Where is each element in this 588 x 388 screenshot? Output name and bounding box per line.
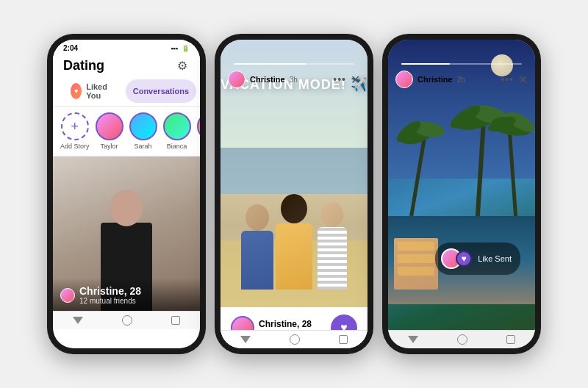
building [394,238,438,290]
story-fullscreen-center: VACATION MODE! ✈️ Christine 3h ••• [220,40,368,348]
sarah-label: Sarah [135,143,152,150]
bianca-avatar [163,112,191,140]
close-icon-right[interactable]: ✕ [518,73,528,87]
more-icon-right[interactable]: ••• [501,73,514,85]
bottom-nav-left [53,311,200,329]
phone-left: 2:04 ▪▪▪ 🔋 Dating ⚙ ♥ Liked You Conversa… [47,34,206,354]
back-button-center[interactable] [240,336,251,343]
phone-right: ♥ Like Sent Christine 2h [382,34,541,354]
story-username-center: Christine [250,75,285,84]
profile-overlay: Christine, 28 12 mutual friends [53,278,200,311]
story-user-info-center: Christine 3h [228,71,298,88]
status-icons: ▪▪▪ 🔋 [171,45,190,52]
person-1 [241,204,273,290]
taylor-avatar [96,112,123,140]
settings-icon[interactable]: ⚙ [175,59,190,73]
story-time-right: 2h [457,76,465,84]
app-title: Dating [63,58,104,73]
story-sarah[interactable]: Sarah [129,112,157,150]
recents-button-center[interactable] [339,335,348,344]
phone-center: VACATION MODE! ✈️ Christine 3h ••• [215,34,373,354]
story-username-right: Christine [417,75,453,84]
story-name-center: Christine, 28 [259,319,315,329]
story-actions-right: ••• ✕ [501,73,528,87]
like-sent-heart: ♥ [456,251,472,267]
person-2 [276,194,312,290]
like-sent-text: Like Sent [478,254,512,263]
bottom-nav-center [220,330,368,348]
status-time: 2:04 [63,44,78,52]
story-sp[interactable]: Sp... [197,112,200,150]
svg-line-0 [410,135,425,223]
bottom-nav-right [388,330,535,348]
story-bianca[interactable]: Bianca [163,112,191,150]
sp-avatar [197,112,200,140]
close-icon-center[interactable]: ✕ [351,73,360,87]
tab-liked-you[interactable]: ♥ Liked You [63,79,120,103]
profile-name: Christine, 28 [79,285,141,297]
story-avatar-right [395,71,413,88]
like-sent-avatars: ♥ [441,248,472,269]
home-button-right[interactable] [457,334,467,345]
back-button[interactable] [73,317,83,324]
story-avatar-center [228,71,245,88]
home-button[interactable] [122,315,132,326]
story-header-center: Christine 3h ••• ✕ [220,65,368,94]
back-button-right[interactable] [408,336,418,343]
like-sent-card: ♥ Like Sent [435,242,520,275]
story-taylor[interactable]: Taylor [96,112,123,150]
status-bar-left: 2:04 ▪▪▪ 🔋 [53,40,200,54]
profile-card[interactable]: Christine, 28 12 mutual friends [53,157,200,311]
recents-button[interactable] [171,316,180,325]
story-add[interactable]: + Add Story [60,112,90,150]
more-icon-center[interactable]: ••• [333,73,346,85]
profile-mutual: 12 mutual friends [79,297,141,305]
story-fullscreen-right: ♥ Like Sent Christine 2h [388,40,535,348]
add-story-button[interactable]: + [61,112,89,140]
recents-button-right[interactable] [506,335,515,344]
story-user-info-right: Christine 2h [395,71,465,88]
svg-line-8 [509,128,517,231]
tab-bar: ♥ Liked You Conversations [53,76,200,107]
profile-mini-avatar [60,288,75,303]
sarah-avatar [129,112,157,140]
dating-header: Dating ⚙ [53,54,200,76]
taylor-label: Taylor [101,143,118,150]
tab-conversations[interactable]: Conversations [126,79,196,103]
story-actions: ••• ✕ [333,73,360,87]
bianca-label: Bianca [167,143,187,150]
people-group [235,157,353,290]
story-header-right: Christine 2h ••• ✕ [388,65,535,94]
add-story-label: Add Story [60,143,90,150]
stories-row: + Add Story Taylor Sarah Bianca Sp [53,107,200,157]
tab-liked-label: Liked You [86,82,112,100]
person-3 [318,202,347,290]
liked-you-avatar: ♥ [71,83,82,99]
story-time-center: 3h [290,76,298,84]
tab-conversations-label: Conversations [133,87,189,96]
home-button-center[interactable] [290,334,300,345]
